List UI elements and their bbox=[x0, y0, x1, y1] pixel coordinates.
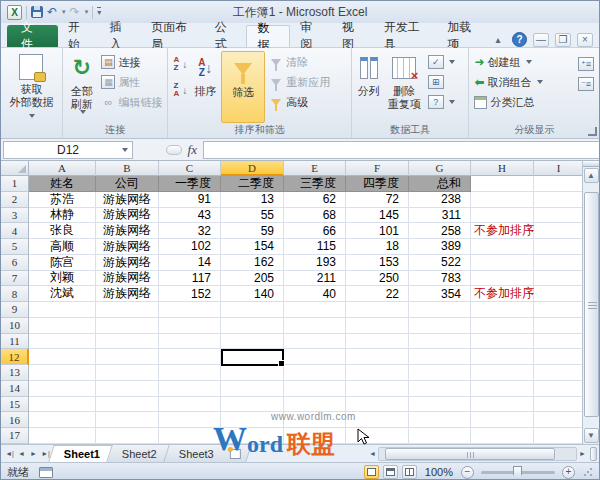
cell-A11[interactable] bbox=[29, 334, 96, 350]
cell-I12[interactable] bbox=[534, 349, 584, 365]
cell-E12[interactable] bbox=[284, 349, 346, 365]
cell-C3[interactable]: 43 bbox=[159, 208, 221, 224]
cell-I5[interactable] bbox=[534, 239, 584, 255]
sort-ascending-button[interactable]: AZ ↓ bbox=[171, 55, 189, 73]
cell-D15[interactable] bbox=[221, 397, 284, 413]
cell-A17[interactable] bbox=[29, 428, 96, 444]
cell-A9[interactable] bbox=[29, 302, 96, 318]
cell-F16[interactable] bbox=[346, 412, 409, 428]
cell-C6[interactable]: 14 bbox=[159, 255, 221, 271]
consolidate-button[interactable]: ⊞ bbox=[426, 73, 457, 91]
cell-C8[interactable]: 152 bbox=[159, 286, 221, 302]
minimize-icon[interactable]: — bbox=[533, 33, 549, 47]
cell-C11[interactable] bbox=[159, 334, 221, 350]
column-header-F[interactable]: F bbox=[346, 161, 409, 176]
sheet-tab-Sheet3[interactable]: Sheet3 bbox=[163, 445, 229, 462]
zoom-out-icon[interactable]: − bbox=[461, 466, 474, 479]
cell-E17[interactable] bbox=[284, 428, 346, 444]
collapse-ribbon-icon[interactable]: ▴ bbox=[490, 33, 506, 47]
remove-duplicates-button[interactable]: 删除 重复项 bbox=[385, 51, 424, 123]
clear-filter-button[interactable]: 清除 bbox=[267, 53, 332, 71]
cell-C2[interactable]: 91 bbox=[159, 192, 221, 208]
row-header-14[interactable]: 14 bbox=[1, 381, 29, 397]
cell-C4[interactable]: 32 bbox=[159, 223, 221, 239]
cell-G5[interactable]: 389 bbox=[409, 239, 471, 255]
cell-F15[interactable] bbox=[346, 397, 409, 413]
cell-H4[interactable]: 不参加排序 bbox=[471, 223, 534, 239]
text-to-columns-button[interactable]: 分列 bbox=[355, 51, 383, 123]
cell-H12[interactable] bbox=[471, 349, 534, 365]
formula-input[interactable] bbox=[203, 141, 599, 159]
undo-button[interactable]: ↶ bbox=[47, 6, 57, 18]
cell-B13[interactable] bbox=[96, 365, 159, 381]
cell-G3[interactable]: 311 bbox=[409, 208, 471, 224]
zoom-level[interactable]: 100% bbox=[425, 466, 453, 478]
tab-公式[interactable]: 公式 bbox=[205, 25, 247, 47]
cell-F14[interactable] bbox=[346, 381, 409, 397]
cell-H10[interactable] bbox=[471, 318, 534, 334]
filter-button-active[interactable]: 筛选 bbox=[221, 51, 265, 123]
cell-G2[interactable]: 238 bbox=[409, 192, 471, 208]
cell-A3[interactable]: 林静 bbox=[29, 208, 96, 224]
cell-G7[interactable]: 783 bbox=[409, 271, 471, 287]
cell-H2[interactable] bbox=[471, 192, 534, 208]
cell-H1[interactable] bbox=[471, 176, 534, 192]
cell-I15[interactable] bbox=[534, 397, 584, 413]
selected-cell-D12[interactable] bbox=[221, 349, 284, 366]
cell-E16[interactable] bbox=[284, 412, 346, 428]
tab-split-handle[interactable] bbox=[590, 447, 597, 461]
cell-I9[interactable] bbox=[534, 302, 584, 318]
scroll-up-icon[interactable]: ▲ bbox=[584, 168, 599, 183]
cell-A10[interactable] bbox=[29, 318, 96, 334]
cell-D14[interactable] bbox=[221, 381, 284, 397]
cell-F17[interactable] bbox=[346, 428, 409, 444]
scroll-right-icon[interactable]: ► bbox=[577, 450, 588, 457]
cell-C5[interactable]: 102 bbox=[159, 239, 221, 255]
cell-I11[interactable] bbox=[534, 334, 584, 350]
cell-G6[interactable]: 522 bbox=[409, 255, 471, 271]
tab-file[interactable]: 文件 bbox=[7, 25, 58, 47]
column-header-A[interactable]: A bbox=[29, 161, 96, 176]
row-header-17[interactable]: 17 bbox=[1, 428, 29, 444]
cell-B4[interactable]: 游族网络 bbox=[96, 223, 159, 239]
restore-icon[interactable]: ❐ bbox=[555, 33, 571, 47]
insert-function-button[interactable]: fx bbox=[188, 142, 197, 158]
cell-H14[interactable] bbox=[471, 381, 534, 397]
cell-C16[interactable] bbox=[159, 412, 221, 428]
cell-B12[interactable] bbox=[96, 349, 159, 365]
cell-A15[interactable] bbox=[29, 397, 96, 413]
subtotal-button[interactable]: 分类汇总 bbox=[472, 93, 574, 111]
cell-C1[interactable]: 一季度 bbox=[159, 176, 221, 192]
cell-E5[interactable]: 115 bbox=[284, 239, 346, 255]
cell-B16[interactable] bbox=[96, 412, 159, 428]
cell-H17[interactable] bbox=[471, 428, 534, 444]
row-header-3[interactable]: 3 bbox=[1, 208, 29, 224]
cell-B10[interactable] bbox=[96, 318, 159, 334]
cell-H3[interactable] bbox=[471, 208, 534, 224]
cell-D3[interactable]: 55 bbox=[221, 208, 284, 224]
cell-E2[interactable]: 62 bbox=[284, 192, 346, 208]
row-header-6[interactable]: 6 bbox=[1, 255, 29, 271]
cell-F4[interactable]: 101 bbox=[346, 223, 409, 239]
cell-B17[interactable] bbox=[96, 428, 159, 444]
cell-G15[interactable] bbox=[409, 397, 471, 413]
cell-D5[interactable]: 154 bbox=[221, 239, 284, 255]
cell-D8[interactable]: 140 bbox=[221, 286, 284, 302]
cell-C17[interactable] bbox=[159, 428, 221, 444]
row-header-7[interactable]: 7 bbox=[1, 271, 29, 287]
vertical-scrollbar[interactable]: ▲ ▼ bbox=[582, 161, 599, 444]
row-header-8[interactable]: 8 bbox=[1, 286, 29, 302]
cell-I1[interactable] bbox=[534, 176, 584, 192]
cell-G1[interactable]: 总和 bbox=[409, 176, 471, 192]
cell-C10[interactable] bbox=[159, 318, 221, 334]
prev-sheet-icon[interactable]: ◄ bbox=[16, 450, 27, 457]
cell-E15[interactable] bbox=[284, 397, 346, 413]
cell-G10[interactable] bbox=[409, 318, 471, 334]
close-icon[interactable]: × bbox=[577, 33, 593, 47]
cell-A7[interactable]: 刘颖 bbox=[29, 271, 96, 287]
tab-开发工具[interactable]: 开发工具 bbox=[374, 25, 438, 47]
cell-B8[interactable]: 游族网络 bbox=[96, 286, 159, 302]
row-header-2[interactable]: 2 bbox=[1, 192, 29, 208]
cell-H16[interactable] bbox=[471, 412, 534, 428]
cell-G17[interactable] bbox=[409, 428, 471, 444]
